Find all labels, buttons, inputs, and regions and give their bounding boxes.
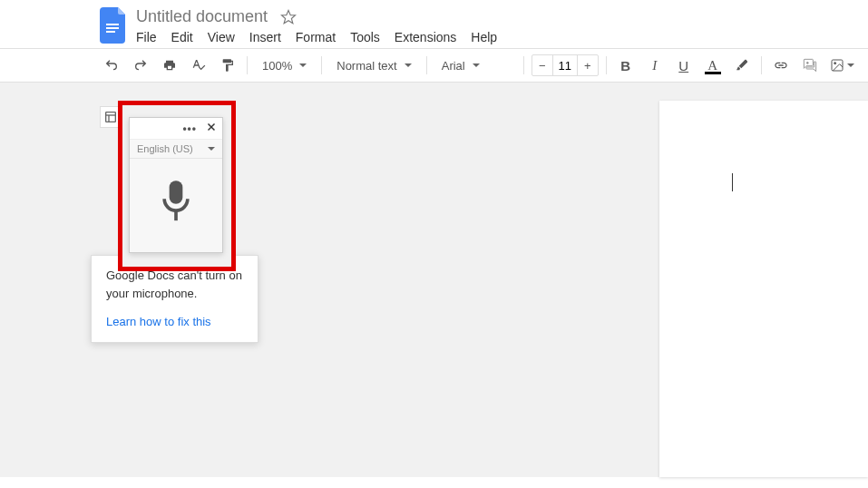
svg-rect-8 [106,112,116,122]
title-row: Untitled document [136,7,868,26]
separator [247,56,248,74]
undo-button[interactable] [100,54,123,76]
app-header: Untitled document File Edit View Insert … [0,0,868,49]
undo-icon [104,58,119,73]
text-cursor [732,173,733,191]
style-value: Normal text [336,59,396,73]
voice-typing-panel: ••• English (US) [129,117,223,253]
link-icon [774,58,788,73]
svg-point-7 [834,63,836,64]
separator [606,56,607,74]
spellcheck-button[interactable] [187,54,210,76]
comment-icon [803,58,817,73]
spellcheck-icon [191,58,206,73]
addcomment-button[interactable] [798,54,822,76]
textcolor-letter: A [707,58,717,73]
separator [321,56,322,74]
paintformat-icon [220,58,235,73]
voice-more-button[interactable]: ••• [182,122,197,135]
menu-file[interactable]: File [136,30,157,44]
separator [761,56,762,74]
menu-tools[interactable]: Tools [350,30,380,44]
close-icon [206,122,217,132]
zoom-select[interactable]: 100% [255,54,314,76]
voice-close-button[interactable] [206,122,217,135]
chevron-down-icon [405,63,412,67]
decrease-fontsize-button[interactable]: − [532,55,552,75]
font-select[interactable]: Arial [434,54,516,76]
fontsize-input[interactable] [552,55,578,75]
menu-extensions[interactable]: Extensions [395,30,456,44]
separator [523,56,524,74]
chevron-down-icon [208,147,215,151]
bold-button[interactable]: B [614,54,638,76]
chevron-down-icon [473,63,480,67]
error-message: Google Docs can't turn on your microphon… [106,267,243,302]
print-button[interactable] [158,54,181,76]
image-icon [830,58,844,73]
microphone-icon [156,177,196,228]
voice-language-select[interactable]: English (US) [130,140,222,159]
svg-rect-0 [106,24,119,25]
separator [426,56,427,74]
star-icon[interactable] [280,9,297,25]
voice-topbar: ••• [130,118,222,140]
zoom-value: 100% [262,59,292,73]
outline-icon [103,110,118,124]
menu-format[interactable]: Format [296,30,336,44]
highlight-button[interactable] [730,54,754,76]
underline-button[interactable]: U [672,54,696,76]
paragraph-style-select[interactable]: Normal text [329,54,418,76]
font-value: Arial [442,59,465,73]
menu-help[interactable]: Help [471,30,497,44]
svg-marker-3 [282,10,296,23]
svg-rect-13 [170,181,183,204]
docs-logo[interactable] [100,7,129,44]
toolbar: 100% Normal text Arial − + B I U A [0,49,868,83]
textcolor-bar [705,72,721,74]
menu-view[interactable]: View [208,30,235,44]
menu-edit[interactable]: Edit [171,30,193,44]
insertimage-button[interactable] [827,54,858,76]
highlight-icon [735,58,749,73]
increase-fontsize-button[interactable]: + [578,55,598,75]
document-title[interactable]: Untitled document [136,7,268,26]
header-content: Untitled document File Edit View Insert … [136,7,868,48]
fontsize-group: − + [532,54,599,76]
redo-button[interactable] [129,54,152,76]
error-help-link[interactable]: Learn how to fix this [106,313,243,331]
insertlink-button[interactable] [769,54,793,76]
svg-rect-1 [106,27,119,29]
voice-mic-button[interactable] [130,159,222,245]
menu-insert[interactable]: Insert [249,30,281,44]
redo-icon [133,58,148,73]
italic-button[interactable]: I [643,54,667,76]
textcolor-button[interactable]: A [701,54,725,76]
document-page[interactable] [659,101,868,477]
chevron-down-icon [299,63,307,67]
menu-bar: File Edit View Insert Format Tools Exten… [136,30,868,44]
chevron-down-icon [847,63,854,67]
svg-rect-2 [106,31,115,33]
voice-language-label: English (US) [137,143,193,154]
workspace: ••• English (US) Google Docs can't turn … [0,83,868,477]
paintformat-button[interactable] [216,54,239,76]
print-icon [162,58,177,73]
